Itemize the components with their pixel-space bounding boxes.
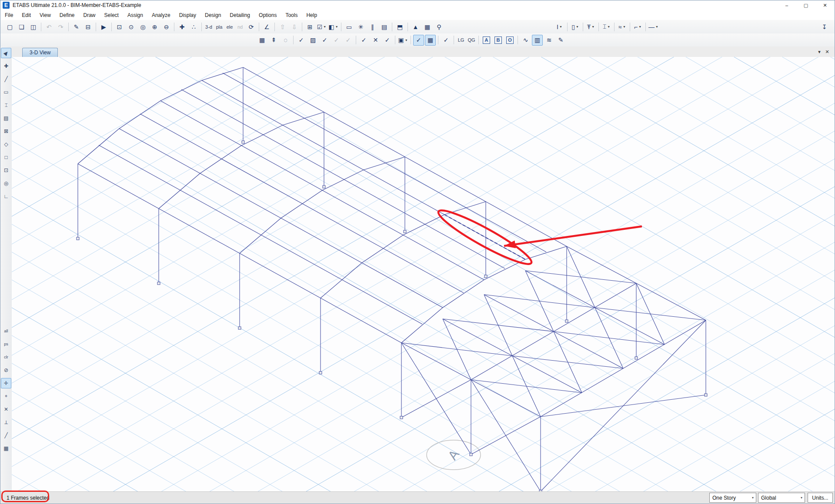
3d-view-canvas[interactable]: A — [12, 57, 835, 492]
menu-draw[interactable]: Draw — [79, 11, 100, 20]
menu-file[interactable]: File — [0, 11, 17, 20]
tab-list-dropdown-icon[interactable]: ▾ — [815, 49, 823, 55]
draw-pencil-icon[interactable]: ✎ — [71, 21, 82, 32]
snap-to-fine-grid-icon[interactable]: ▦ — [1, 443, 11, 454]
minimize-button[interactable]: – — [777, 0, 796, 10]
open-file-icon[interactable]: ❏ — [16, 21, 27, 32]
edit-grid-icon[interactable]: ⬒ — [394, 21, 405, 32]
rotate-3d-view-icon[interactable]: ⟳ — [246, 21, 257, 32]
menu-assign[interactable]: Assign — [123, 11, 147, 20]
menu-display[interactable]: Display — [175, 11, 200, 20]
menu-options[interactable]: Options — [254, 11, 281, 20]
slab-section-icon[interactable]: Ŧ▼ — [585, 21, 596, 32]
quick-draw-area-icon[interactable]: ⊡ — [1, 165, 11, 176]
download-icon[interactable]: ↧ — [819, 21, 830, 32]
menu-detailing[interactable]: Detailing — [225, 11, 254, 20]
show-deformed-icon[interactable]: ▥ — [532, 35, 543, 46]
menu-help[interactable]: Help — [302, 11, 321, 20]
quick-draw-brace-icon[interactable]: ⌶ — [1, 100, 11, 110]
spring-property-icon[interactable]: ≈▼ — [617, 21, 628, 32]
quick-draw-braces-icon[interactable]: ⊠ — [1, 126, 11, 136]
show-assign-a-icon[interactable]: A — [481, 35, 492, 46]
snap-to-perpendicular-icon[interactable]: ⟂ — [1, 417, 11, 428]
draw-line-icon[interactable]: ╱ — [1, 74, 11, 84]
set-display-options-icon[interactable]: ☑▼ — [316, 21, 327, 32]
pointer-tool-icon[interactable]: ⚲ — [434, 21, 444, 32]
line-property-icon[interactable]: —▼ — [648, 21, 659, 32]
frame-section-icon[interactable]: I▼ — [554, 21, 565, 32]
object-view-options-icon[interactable]: ◧▼ — [328, 21, 339, 32]
plan-view-button[interactable]: pla — [214, 21, 224, 32]
zoom-out-icon[interactable]: ⊖ — [161, 21, 172, 32]
zoom-in-icon[interactable]: ⊕ — [149, 21, 160, 32]
save-icon[interactable]: ◫ — [28, 21, 39, 32]
menu-tools[interactable]: Tools — [281, 11, 302, 20]
assign-frame-icon[interactable]: ▨ — [307, 35, 318, 46]
show-axes-icon[interactable]: ✳ — [355, 21, 366, 32]
menu-define[interactable]: Define — [55, 11, 79, 20]
perspective-toggle-icon[interactable]: ∴ — [188, 21, 199, 32]
snap-to-joints-icon[interactable]: ✛ — [1, 378, 11, 388]
wall-section-icon[interactable]: ▯▼ — [570, 21, 581, 32]
menu-view[interactable]: View — [35, 11, 55, 20]
plot-function-icon[interactable]: ∿ — [520, 35, 531, 46]
select-poly-icon[interactable]: ✕ — [370, 35, 381, 46]
quick-draw-frame-icon[interactable]: ▭ — [1, 87, 11, 97]
assign-joint-icon[interactable]: ✓ — [296, 35, 307, 46]
clear-selection-button[interactable]: clr — [1, 352, 11, 362]
select-object-icon[interactable]: ⊞ — [304, 21, 315, 32]
link-property-icon[interactable]: ⌐▼ — [632, 21, 643, 32]
snap-grid-icon[interactable]: ▦ — [425, 35, 436, 46]
menu-analyze[interactable]: Analyze — [147, 11, 175, 20]
snap-ends-icon[interactable]: ✓ — [413, 35, 424, 46]
snap-to-intersections-icon[interactable]: ✕ — [1, 404, 11, 414]
reshape-object-icon[interactable]: ✚ — [1, 61, 11, 71]
show-assign-b-icon[interactable]: B — [493, 35, 504, 46]
menu-design[interactable]: Design — [200, 11, 225, 20]
maximize-button[interactable]: ▢ — [796, 0, 815, 10]
assign-shell-icon[interactable]: ✓ — [319, 35, 330, 46]
snap-to-lines-icon[interactable]: ╱ — [1, 430, 11, 441]
select-joint-icon[interactable]: ✓ — [358, 35, 369, 46]
units-button[interactable]: Units... — [808, 493, 833, 503]
previous-zoom-icon[interactable]: ◎ — [137, 21, 148, 32]
select-all-button[interactable]: all — [1, 326, 11, 336]
measure-icon[interactable]: ∠ — [261, 21, 272, 32]
menu-edit[interactable]: Edit — [17, 11, 35, 20]
coord-system-dropdown[interactable]: Global▾ — [758, 493, 805, 503]
elevation-view-button[interactable]: ele — [225, 21, 234, 32]
tab-3d-view[interactable]: 3-D View — [22, 48, 58, 57]
quick-draw-secondary-beams-icon[interactable]: ▤ — [1, 113, 11, 123]
close-button[interactable]: ✕ — [815, 0, 835, 10]
rubber-band-zoom-icon[interactable]: ⊡ — [114, 21, 125, 32]
show-assign-o-icon[interactable]: O — [504, 35, 515, 46]
draw-rect-area-icon[interactable]: □ — [1, 152, 11, 162]
tab-close-icon[interactable]: ✕ — [823, 49, 831, 55]
magnifier-icon[interactable]: ◌ — [280, 35, 291, 46]
draw-wall-icon[interactable]: ◎ — [1, 178, 11, 189]
deselect-icon[interactable]: ⊘ — [1, 365, 11, 375]
load-group-button[interactable]: LG — [456, 35, 466, 46]
draw-grid-icon[interactable]: ▦ — [257, 35, 267, 46]
deck-section-icon[interactable]: ⌶▼ — [601, 21, 612, 32]
snap-lines-icon[interactable]: ✓ — [441, 35, 451, 46]
draw-frame-icon[interactable]: ▭ — [344, 21, 354, 32]
view-3d-button[interactable]: 3-d — [204, 21, 214, 32]
menu-select[interactable]: Select — [100, 11, 123, 20]
show-forces-icon[interactable]: ≋ — [544, 35, 554, 46]
draw-poly-area-icon[interactable]: ◇ — [1, 139, 11, 149]
select-line-icon[interactable]: ✓ — [382, 35, 393, 46]
snap-to-midpoints-icon[interactable]: ⚬ — [1, 391, 11, 401]
draw-corner-icon[interactable]: ∟ — [1, 191, 11, 202]
show-frames-icon[interactable]: ∥ — [367, 21, 378, 32]
quick-group-button[interactable]: QG — [467, 35, 476, 46]
show-cone-icon[interactable]: ▲ — [410, 21, 421, 32]
run-analysis-icon[interactable]: ▶ — [98, 21, 109, 32]
lock-model-icon[interactable]: ⊟ — [83, 21, 94, 32]
restore-full-view-icon[interactable]: ⊙ — [126, 21, 137, 32]
new-model-icon[interactable]: ▢ — [4, 21, 15, 32]
pan-icon[interactable]: ✚ — [177, 21, 187, 32]
story-selector-dropdown[interactable]: One Story▾ — [709, 493, 756, 503]
select-pointer-icon[interactable]: ▶ — [1, 48, 11, 58]
show-stories-icon[interactable]: ▤ — [379, 21, 390, 32]
